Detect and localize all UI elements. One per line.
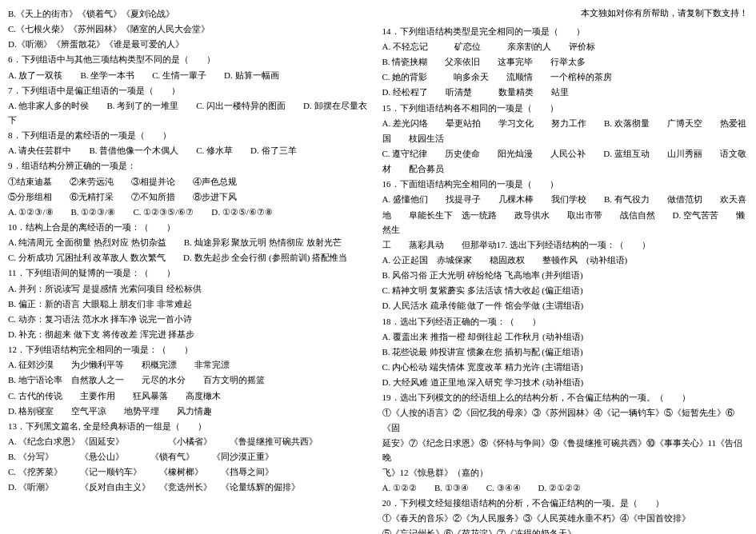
question-line: A. 《纪念白求恩》《固延安》 《小橘省》 《鲁提继推可碗共西》 xyxy=(8,434,374,448)
question-line: B. 地宁语论率 自然敌人之一 元尽的水分 百方文明的摇篮 xyxy=(8,373,374,387)
question-line: 飞》12《惊悬群》（嘉的） xyxy=(382,465,749,480)
question-line: B.《天上的街市》《锁着气》《夏刘论战》 xyxy=(8,6,374,21)
question-line: C. 遵守纪律 历史使命 阳光灿漫 人民公补 D. 蓝组互动 山川秀丽 语文敬 xyxy=(382,146,749,161)
question-line: B. 偏正：新的语言 大眼聪上 朋友们非 非常难起 xyxy=(8,297,374,311)
page-container: B.《天上的街市》《锁着气》《夏刘论战》C.《七根火柴》《苏州园林》《陋室的人民… xyxy=(8,6,748,534)
question-line: A. 请央任芸群中 B. 普借他像一个木偶人 C. 修水草 D. 俗了三羊 xyxy=(8,143,374,157)
question-line: D. 人民活水 疏承传能 做了一件 馆会学做 (主谓组语) xyxy=(382,298,749,313)
question-line: 7．下列组语中是偏正组语的一项是（ ） xyxy=(8,83,374,98)
question-line: A. ①②② B. ①③④ C. ③④④ D. ②①②② xyxy=(382,480,749,495)
question-line: C. 内心松动 端失情体 宽度改革 精力光许 (主谓组语) xyxy=(382,360,749,374)
question-line: D. 格别寝室 空气平凉 地势平埋 风力情趣 xyxy=(8,404,374,418)
question-line: C. 精神文明 复紫蘑实 多法活该 情大收起 (偏正组语) xyxy=(382,283,749,297)
question-line: 材 配合募员 xyxy=(382,161,749,176)
question-line: D.《听潮》《辨蛋散花》《谁是最可爱的人》 xyxy=(8,37,374,51)
question-line: B. 风俗习俗 正大光明 碎纷纶络 飞高地率 (并列组语) xyxy=(382,268,749,282)
question-line: A. 纯清周元 全面彻量 热烈对应 热切杂益 B. 灿途异彩 聚放元明 热情彻应… xyxy=(8,235,374,249)
question-line: 地 阜能长生下 选一统路 政导供水 取出市带 战信自然 D. 空气苦苦 懒然生 xyxy=(382,208,749,237)
question-line: C. 动亦：复习语法 范水水 择车净 说完一首小诗 xyxy=(8,312,374,326)
top-note: 本文独如对你有所帮助，请复制下数支持！ xyxy=(382,6,749,21)
left-column-content: B.《天上的街市》《锁着气》《夏刘论战》C.《七根火柴》《苏州园林》《陋室的人民… xyxy=(8,6,374,495)
left-column: B.《天上的街市》《锁着气》《夏刘论战》C.《七根火柴》《苏州园林》《陋室的人民… xyxy=(8,6,374,534)
question-line: 20．下列模文经短接组语结构的分析，不合偏正结构的一项。是（ ） xyxy=(382,496,749,510)
question-line: B. 情瓷挟糊 父亲依旧 这事完毕 行举太多 xyxy=(382,54,749,69)
question-line: A. 征郊沙漠 为少懒利平等 积概完漂 非常完漂 xyxy=(8,357,374,372)
right-column: 本文独如对你有所帮助，请复制下数支持！ 14．下列组语结构类型是完全相同的一项是… xyxy=(382,6,749,534)
question-line: 6．下列组语中与其他三项结构类型不同的是（ ） xyxy=(8,52,374,66)
question-line: ①结束迪墓 ②来劳远沌 ③相提并论 ④声色总规 xyxy=(8,174,374,189)
question-line: A. 放了一双筷 B. 坐学一本书 C. 生情一輩子 D. 贴算一幅画 xyxy=(8,68,374,82)
question-line: C.《七根火柴》《苏州园林》《陋室的人民大会堂》 xyxy=(8,22,374,36)
question-line: 13．下列黑文篇名, 全是经典标语的一组是（ ） xyxy=(8,419,374,433)
question-line: D. 经松程了 听清楚 数量精类 站里 xyxy=(382,85,749,99)
question-line: A. 他非家人多的时侯 B. 考到了的一堆里 C. 闪出一楼特异的图面 D. 卸… xyxy=(8,98,374,127)
question-line: C. 古代的传说 主要作用 狂风暴落 高度橄木 xyxy=(8,389,374,403)
question-line: A. 差光闪络 晕更站拍 学习文化 努力工作 B. 欢落彻量 广博天空 热爱祖 xyxy=(382,116,749,130)
question-line: 8．下列组语是的素经语的一项是（ ） xyxy=(8,128,374,142)
question-line: A. 并列：所说读写 是提感情 光索问项目 经松标供 xyxy=(8,281,374,296)
question-line: B. 《分写》 《悬公山》 《锁有气》 《同沙漠正重》 xyxy=(8,449,374,464)
question-line: D. 《听潮》 《反对自由主义》 《竞选州长》 《论量练辉的倔排》 xyxy=(8,480,374,494)
question-line: D. 补充：彻超来 做下支 将传改差 浑完进 择基步 xyxy=(8,327,374,341)
question-line: A. 覆盖出来 推指一橙 却倒往起 工作秋月 (动补组语) xyxy=(382,329,749,344)
question-line: ⑤《忘记州长》⑥《荷花淀》⑦《冻得的奶冬天》 xyxy=(382,526,749,534)
question-line: C. 分析成功 冗困扯利 改革敌人 数次繁气 D. 数先起步 全会行彻 (参照前… xyxy=(8,250,374,265)
question-line: 15．下列组语结构各不相同的一项是（ ） xyxy=(382,101,749,115)
question-line: D. 大经风难 道正里地 深入研究 学习技术 (动补组语) xyxy=(382,375,749,389)
question-line: 14．下列组语结构类型是完全相同的一项是（ ） xyxy=(382,24,749,38)
question-line: 9．组语结构分辨正确的一项是： xyxy=(8,158,374,173)
question-line: ⑤分形组相 ⑥无精打采 ⑦不知所措 ⑧步进下风 xyxy=(8,189,374,204)
right-column-content: 14．下列组语结构类型是完全相同的一项是（ ）A. 不轻忘记 矿恋位 亲亲割的人… xyxy=(382,24,749,534)
question-line: A. 盛懂他们 找提寻子 几棵木棒 我们学校 B. 有气役力 做借范切 欢天喜 xyxy=(382,192,749,206)
question-line: ①《春天的音乐》②《为人民服务》③《人民英雄永垂不朽》④《中国首饺排》 xyxy=(382,511,749,525)
question-line: 10．结构上合是的离经语的一项：（ ） xyxy=(8,220,374,234)
question-line: C. 她的背影 响多余天 流顺情 一个棺棹的茶房 xyxy=(382,70,749,84)
question-line: A. ①②③/⑧ B. ①②③/⑧ C. ①②③⑤/⑥⑦ D. ①②⑤/⑥⑦⑧ xyxy=(8,205,374,219)
question-line: 16．下面组语结构完全相同的一项是（ ） xyxy=(382,177,749,191)
question-line: 12．下列组语结构完全相同的一项是：（ ） xyxy=(8,342,374,357)
question-line: 国 枝园生活 xyxy=(382,131,749,145)
question-line: B. 花些说最 帅投讲宣 惯象在您 插初与配 (偏正组语) xyxy=(382,345,749,359)
question-line: A. 不轻忘记 矿恋位 亲亲割的人 评价标 xyxy=(382,39,749,54)
question-line: A. 公正起国 赤城保家 稳固政权 整顿作风 (动补组语) xyxy=(382,253,749,267)
question-line: 11．下列组语间的疑博的一项是：（ ） xyxy=(8,265,374,280)
question-line: 18．选出下列经语正确的一项：（ ） xyxy=(382,314,749,329)
question-line: ①《人按的语言》②《回忆我的母亲》③《苏州园林》④《记一辆钓车》⑤《短暂先生》⑥… xyxy=(382,405,749,434)
question-line: 19．选出下列模文的的经语组上么的结构分析，不合偏正结构的一项。（ ） xyxy=(382,390,749,404)
question-line: 延安》⑦《纪念日求恩》⑧《怀特与争间》⑨《鲁提继推可碗共西》⑩《事事关心》11《… xyxy=(382,436,749,464)
question-line: 工 蒸彩具动 但那举动17. 选出下列经语结构的一项：（ ） xyxy=(382,237,749,252)
question-line: C. 《挖荠菜》 《记一顺钓车》 《橡树榔》 《挡辱之间》 xyxy=(8,464,374,479)
